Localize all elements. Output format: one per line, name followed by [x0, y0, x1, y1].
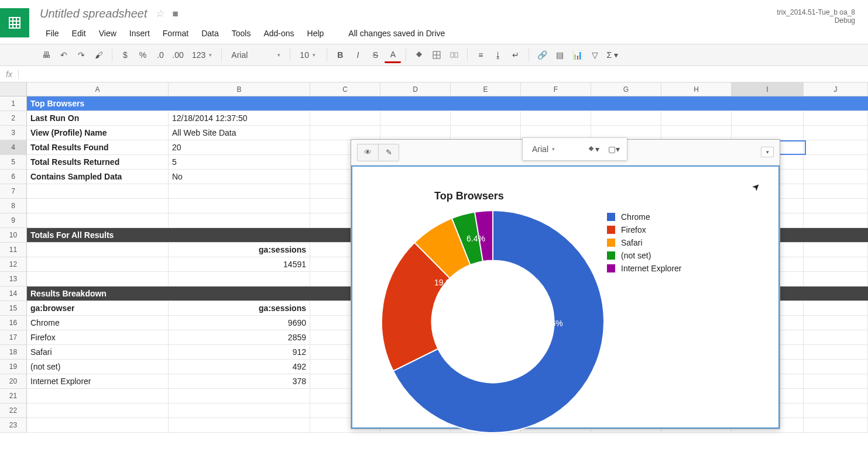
functions-icon[interactable]: Σ ▾ — [604, 47, 620, 63]
cell-B21[interactable] — [169, 389, 310, 403]
cell-A10[interactable]: Totals For All Results — [27, 228, 169, 242]
row-header-3[interactable]: 3 — [0, 126, 26, 140]
row-header-13[interactable]: 13 — [0, 272, 26, 287]
wrap-icon[interactable]: ↵ — [507, 47, 524, 63]
cell-J7[interactable] — [804, 184, 868, 198]
menu-data[interactable]: Data — [195, 26, 225, 40]
cell-B14[interactable] — [169, 287, 310, 301]
cell-A16[interactable]: Chrome — [27, 316, 169, 330]
cell-A19[interactable]: (not set) — [27, 360, 169, 374]
col-header-D[interactable]: D — [380, 82, 451, 96]
cell-J13[interactable] — [804, 272, 868, 286]
cell-H1[interactable] — [661, 96, 732, 111]
cell-A20[interactable]: Internet Explorer — [27, 374, 169, 388]
cell-A5[interactable]: Total Results Returned — [27, 155, 169, 169]
row-header-4[interactable]: 4 — [0, 140, 26, 155]
redo-icon[interactable]: ↷ — [73, 47, 90, 63]
italic-icon[interactable]: I — [349, 47, 366, 63]
cell-J20[interactable] — [804, 374, 868, 388]
cell-C1[interactable] — [310, 96, 380, 111]
cell-B11[interactable]: ga:sessions — [169, 243, 310, 257]
currency-icon[interactable]: $ — [117, 47, 133, 63]
cell-B19[interactable]: 492 — [169, 360, 310, 374]
cell-B18[interactable]: 912 — [169, 345, 310, 359]
chart-icon[interactable]: 📊 — [569, 47, 585, 63]
chart-menu-dropdown[interactable]: ▾ — [761, 147, 774, 157]
cell-C2[interactable] — [310, 111, 380, 125]
cell-J18[interactable] — [804, 345, 868, 359]
cell-J4[interactable] — [804, 140, 868, 154]
cell-H3[interactable] — [661, 126, 732, 140]
menu-file[interactable]: File — [40, 26, 65, 40]
font-size-select[interactable]: 10▾ — [295, 47, 322, 63]
col-header-I[interactable]: I — [732, 82, 804, 96]
cell-D2[interactable] — [380, 111, 451, 125]
row-header-2[interactable]: 2 — [0, 111, 26, 126]
cell-J22[interactable] — [804, 403, 868, 417]
cell-A2[interactable]: Last Run On — [27, 111, 169, 125]
folder-icon[interactable]: ■ — [172, 8, 178, 20]
comment-icon[interactable]: ▤ — [551, 47, 568, 63]
sheets-logo[interactable] — [0, 8, 29, 37]
row-header-22[interactable]: 22 — [0, 403, 26, 418]
cell-D1[interactable] — [380, 96, 451, 111]
merge-icon[interactable] — [446, 47, 462, 63]
cell-A4[interactable]: Total Results Found — [27, 140, 169, 154]
row-header-19[interactable]: 19 — [0, 360, 26, 374]
link-icon[interactable]: 🔗 — [534, 47, 550, 63]
cell-B6[interactable]: No — [169, 170, 310, 184]
cell-A6[interactable]: Contains Sampled Data — [27, 170, 169, 184]
cell-J2[interactable] — [804, 111, 868, 125]
cell-F1[interactable] — [521, 96, 591, 111]
cell-J19[interactable] — [804, 360, 868, 374]
row-header-7[interactable]: 7 — [0, 184, 26, 199]
cell-J17[interactable] — [804, 330, 868, 344]
star-icon[interactable]: ☆ — [155, 8, 164, 20]
col-header-G[interactable]: G — [591, 82, 661, 96]
cell-A12[interactable] — [27, 257, 169, 271]
cell-A17[interactable]: Firefox — [27, 330, 169, 344]
cell-A11[interactable] — [27, 243, 169, 257]
row-header-20[interactable]: 20 — [0, 374, 26, 389]
row-header-17[interactable]: 17 — [0, 330, 26, 345]
print-icon[interactable]: 🖶 — [38, 47, 54, 63]
cell-G2[interactable] — [591, 111, 661, 125]
bold-icon[interactable]: B — [332, 47, 348, 63]
row-header-8[interactable]: 8 — [0, 199, 26, 213]
cell-C3[interactable] — [310, 126, 380, 140]
cell-E3[interactable] — [451, 126, 521, 140]
paint-format-icon[interactable]: 🖌 — [91, 47, 107, 63]
cell-J12[interactable] — [804, 257, 868, 271]
row-header-5[interactable]: 5 — [0, 155, 26, 170]
menu-view[interactable]: View — [93, 26, 122, 40]
number-format-select[interactable]: 123▾ — [187, 47, 217, 63]
decimal-decrease-icon[interactable]: .0 — [152, 47, 169, 63]
menu-addons[interactable]: Add-ons — [258, 26, 300, 40]
cell-B7[interactable] — [169, 184, 310, 198]
cell-A15[interactable]: ga:browser — [27, 301, 169, 315]
filter-icon[interactable]: ▽ — [586, 47, 603, 63]
col-header-H[interactable]: H — [661, 82, 732, 96]
col-header-B[interactable]: B — [169, 82, 310, 96]
cell-J11[interactable] — [804, 243, 868, 257]
formula-input[interactable] — [19, 66, 862, 82]
cell-A8[interactable] — [27, 199, 169, 213]
cell-A9[interactable] — [27, 213, 169, 227]
col-header-C[interactable]: C — [310, 82, 380, 96]
cell-B3[interactable]: All Web Site Data — [169, 126, 310, 140]
cell-A7[interactable] — [27, 184, 169, 198]
cell-B16[interactable]: 9690 — [169, 316, 310, 330]
menu-edit[interactable]: Edit — [66, 26, 92, 40]
col-header-J[interactable]: J — [804, 82, 868, 96]
col-header-E[interactable]: E — [451, 82, 521, 96]
select-all-corner[interactable] — [0, 82, 27, 96]
cell-J14[interactable] — [804, 287, 868, 301]
cell-E1[interactable] — [451, 96, 521, 111]
cell-B8[interactable] — [169, 199, 310, 213]
chart-body[interactable]: Top Browsers ChromeFirefoxSafari(not set… — [351, 165, 780, 429]
row-header-21[interactable]: 21 — [0, 389, 26, 403]
row-header-16[interactable]: 16 — [0, 316, 26, 330]
col-header-F[interactable]: F — [521, 82, 591, 96]
menu-insert[interactable]: Insert — [123, 26, 156, 40]
cell-J5[interactable] — [804, 155, 868, 169]
